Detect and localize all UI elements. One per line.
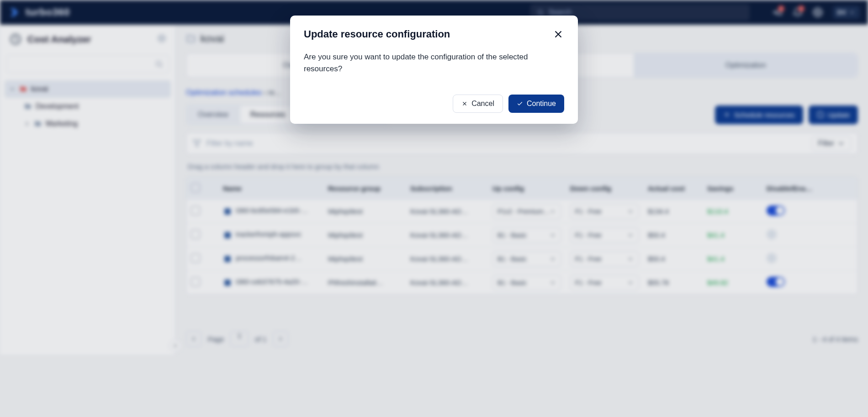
close-icon bbox=[461, 100, 468, 107]
continue-button[interactable]: Continue bbox=[508, 95, 564, 113]
cancel-button[interactable]: Cancel bbox=[453, 95, 503, 113]
modal-close-button[interactable] bbox=[552, 28, 564, 40]
close-icon bbox=[552, 28, 564, 40]
confirm-modal: Update resource configuration Are you su… bbox=[290, 16, 578, 124]
check-icon bbox=[517, 100, 523, 107]
modal-body: Are you sure you want to update the conf… bbox=[304, 51, 564, 74]
modal-title: Update resource configuration bbox=[304, 28, 450, 40]
